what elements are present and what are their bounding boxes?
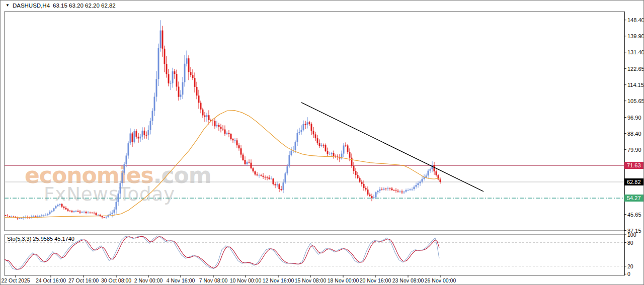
price-axis-label: 105.65 xyxy=(627,98,644,104)
indicator-label: Sto(5,3,3) 25.9585 45.1740 xyxy=(7,236,74,242)
time-axis-label: 4 Nov 16:00 xyxy=(167,277,195,283)
time-axis-label: 2 Nov 00:00 xyxy=(134,277,163,283)
price-axis-label: 96.90 xyxy=(627,115,641,121)
indicator-level-label: 100 xyxy=(627,232,636,238)
price-axis-label: 114.15 xyxy=(627,82,644,88)
time-axis-label: 23 Nov 08:00 xyxy=(392,277,424,283)
time-axis-label: 7 Nov 08:00 xyxy=(199,277,228,283)
time-axis-label: 24 Oct 16:00 xyxy=(36,277,66,283)
chart-window: ▼ DASHUSD,H4 63.15 63.20 62.20 62.82 eco… xyxy=(0,0,644,285)
current-price-badge: 62.82 xyxy=(624,178,644,185)
price-axis-label: 148.40 xyxy=(627,17,644,23)
time-axis-label: 10 Nov 00:00 xyxy=(230,277,261,283)
price-axis-label: 131.40 xyxy=(627,49,644,55)
resistance-price-badge: 71.63 xyxy=(624,162,644,169)
support-price-badge: 54.27 xyxy=(624,195,644,202)
price-axis-label: 139.90 xyxy=(627,33,644,39)
price-chart-canvas[interactable] xyxy=(1,1,644,285)
price-axis-label: 79.90 xyxy=(627,147,641,153)
indicator-level-label: 20 xyxy=(627,263,633,269)
time-axis-label: 30 Oct 08:00 xyxy=(101,277,131,283)
indicator-level-label: 0 xyxy=(627,271,630,277)
price-axis-label: 45.65 xyxy=(627,212,641,218)
indicator-level-label: 80 xyxy=(627,240,633,246)
time-axis-label: 18 Nov 00:00 xyxy=(328,277,359,283)
time-axis-label: 27 Oct 16:00 xyxy=(68,277,99,283)
time-axis-label: 12 Nov 16:00 xyxy=(263,277,294,283)
time-axis-label: 15 Nov 08:00 xyxy=(295,277,326,283)
time-axis-label: 20 Nov 16:00 xyxy=(360,277,391,283)
price-axis-label: 122.65 xyxy=(627,66,644,72)
price-axis-label: 88.40 xyxy=(627,131,641,137)
time-axis-label: 22 Oct 2025 xyxy=(1,277,30,283)
time-axis-label: 26 Nov 00:00 xyxy=(425,277,456,283)
